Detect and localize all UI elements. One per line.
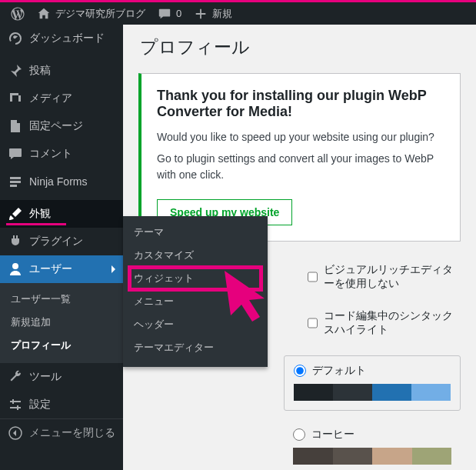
admin-sidebar: ダッシュボード 投稿 メディア 固定ページ コメント Ninja Forms 外… [0, 25, 123, 470]
sidebar-item-posts[interactable]: 投稿 [0, 57, 123, 85]
flyout-item-themes[interactable]: テーマ [123, 221, 268, 244]
sidebar-item-ninjaforms[interactable]: Ninja Forms [0, 168, 123, 195]
comment-icon [158, 7, 171, 21]
sidebar-item-label: メディア [29, 92, 72, 105]
notice-heading: Thank you for installing our plugin WebP… [157, 88, 444, 120]
flyout-item-customize[interactable]: カスタマイズ [123, 244, 268, 267]
sidebar-item-label: ユーザー [29, 262, 72, 276]
comments-link[interactable]: 0 [151, 2, 188, 25]
sidebar-item-tools[interactable]: ツール [0, 363, 123, 391]
page-icon [8, 118, 23, 134]
notice-text-1: Would you like to speed up your website … [157, 129, 444, 146]
annotation-cursor-icon [220, 268, 280, 324]
scheme-coffee-label: コーヒー [311, 428, 355, 442]
new-label: 新規 [212, 7, 232, 21]
flyout-item-themeeditor[interactable]: テーマエディター [123, 336, 268, 359]
annotation-underline [6, 223, 66, 225]
sidebar-item-appearance[interactable]: 外観 [0, 200, 123, 228]
collapse-label: メニューを閉じる [29, 426, 115, 440]
users-submenu: ユーザー一覧 新規追加 プロフィール [0, 283, 123, 363]
sidebar-item-dashboard[interactable]: ダッシュボード [0, 25, 123, 52]
sidebar-item-label: コメント [29, 147, 72, 161]
sliders-icon [8, 397, 23, 412]
sidebar-item-users[interactable]: ユーザー [0, 255, 123, 283]
sidebar-item-media[interactable]: メディア [0, 85, 123, 112]
syntax-option[interactable]: コード編集中のシンタックスハイライト [308, 309, 461, 337]
sidebar-item-label: プラグイン [29, 235, 83, 248]
wordpress-icon [11, 7, 25, 21]
sidebar-item-label: 設定 [29, 398, 51, 412]
sidebar-item-label: Ninja Forms [29, 175, 87, 188]
scheme-coffee[interactable]: コーヒー [284, 420, 461, 465]
sidebar-item-comments[interactable]: コメント [0, 140, 123, 168]
scheme-default-swatches [294, 384, 451, 401]
site-home[interactable]: デジマ研究所ブログ [31, 2, 151, 25]
scheme-coffee-swatches [293, 448, 451, 465]
visual-editor-option[interactable]: ビジュアルリッチエディターを使用しない [308, 263, 461, 291]
scheme-default[interactable]: デフォルト [284, 355, 461, 411]
sidebar-item-pages[interactable]: 固定ページ [0, 112, 123, 140]
sidebar-item-label: ツール [29, 370, 62, 384]
sidebar-item-plugins[interactable]: プラグイン [0, 228, 123, 255]
sidebar-item-label: ダッシュボード [29, 32, 105, 45]
brush-icon [8, 206, 23, 222]
sidebar-item-label: 固定ページ [29, 119, 83, 133]
submenu-item-profile[interactable]: プロフィール [0, 334, 123, 357]
home-icon [37, 7, 51, 21]
media-icon [8, 91, 23, 106]
scheme-default-label: デフォルト [312, 364, 366, 378]
scheme-coffee-radio[interactable] [293, 428, 305, 441]
page-title: プロフィール [140, 35, 461, 59]
dashboard-icon [8, 31, 23, 46]
form-icon [8, 174, 23, 189]
wp-logo[interactable] [5, 2, 31, 25]
submenu-item-users-list[interactable]: ユーザー一覧 [0, 288, 123, 311]
new-content[interactable]: 新規 [188, 2, 238, 25]
visual-editor-label: ビジュアルリッチエディターを使用しない [324, 263, 461, 291]
pin-icon [8, 63, 23, 78]
notice-text-2: Go to plugin settings and convert all yo… [157, 151, 444, 184]
syntax-label: コード編集中のシンタックスハイライト [324, 309, 461, 337]
collapse-icon [8, 425, 23, 441]
comment-count: 0 [176, 8, 181, 19]
chevron-right-icon [109, 265, 118, 274]
syntax-checkbox[interactable] [308, 317, 318, 329]
user-icon [8, 262, 23, 277]
wrench-icon [8, 369, 23, 385]
visual-editor-checkbox[interactable] [308, 271, 318, 283]
comment-icon [8, 146, 23, 162]
sidebar-item-label: 外観 [29, 207, 51, 221]
submenu-item-users-add[interactable]: 新規追加 [0, 311, 123, 334]
plus-icon [194, 7, 208, 21]
collapse-menu[interactable]: メニューを閉じる [0, 418, 123, 447]
plug-icon [8, 234, 23, 249]
admin-bar: デジマ研究所ブログ 0 新規 [0, 0, 476, 25]
sidebar-item-settings[interactable]: 設定 [0, 391, 123, 418]
site-title: デジマ研究所ブログ [55, 7, 145, 21]
sidebar-item-label: 投稿 [29, 64, 51, 78]
scheme-default-radio[interactable] [294, 365, 306, 377]
